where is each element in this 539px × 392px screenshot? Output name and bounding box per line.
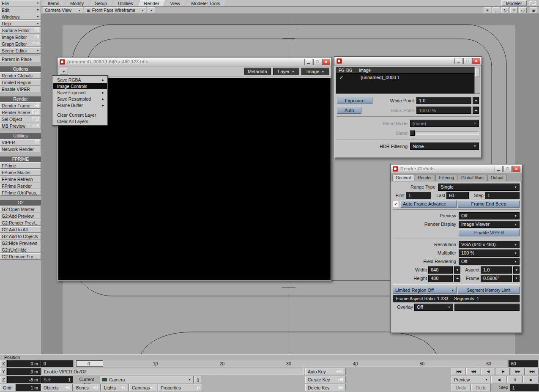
auto-key-button[interactable]: Auto Key+F1 (305, 368, 346, 375)
sidebar-item-image-editor[interactable]: Image EditorF6 (0, 34, 41, 40)
prev-keyframe-button[interactable]: ◀◀ (466, 368, 480, 375)
tab-global-illum[interactable]: Global Illum (458, 175, 487, 181)
sidebar-menu-help[interactable]: Help▼ (0, 20, 41, 27)
overlay-dropdown[interactable]: Off▼ (414, 304, 453, 311)
prev-frame-button[interactable]: ◀| (481, 368, 495, 375)
render-display-dropdown[interactable]: Image Viewer▼ (459, 221, 520, 228)
sidebar-item-g2-add-to-objects[interactable]: G2:Add to Objects (0, 233, 41, 239)
cameras-button[interactable]: Cameras+C (129, 384, 157, 391)
lights-button[interactable]: Lights+L (101, 384, 129, 391)
image-dropdown[interactable]: Image▼ (301, 68, 329, 75)
multiplier-dropdown[interactable]: 100 %▼ (459, 249, 520, 257)
white-point-field[interactable]: 1.0 (416, 97, 471, 104)
single-pane-icon[interactable]: ▣ (530, 7, 537, 13)
close-button[interactable]: × (472, 58, 480, 64)
tab-render[interactable]: Render (138, 0, 165, 6)
close-button[interactable]: × (512, 166, 520, 172)
pause-button[interactable]: II (507, 376, 523, 383)
sidebar-item-g2-render-preview[interactable]: G2:Render Previ... (0, 219, 41, 226)
sidebar-item-g2-remove-from[interactable]: G2:Remove Fro ... (0, 253, 41, 260)
minimize-button[interactable]: ▁ (495, 166, 503, 172)
sidebar-item-fprime-master[interactable]: FPrime Master (0, 169, 41, 175)
sidebar-item-render-frame[interactable]: Render FrameF9 (0, 102, 41, 109)
tab-modify[interactable]: Modify (64, 0, 90, 6)
aspect-field[interactable]: 1.0 (481, 266, 512, 274)
sidebar-menu-windows[interactable]: Windows▼ (0, 14, 41, 20)
undo-button[interactable]: Undo (451, 384, 471, 391)
tab-general[interactable]: General (392, 175, 414, 181)
shading-mode-dropdown[interactable]: ⊞Front Face Wireframe▼ (85, 7, 146, 13)
maximize-button[interactable]: □ (313, 59, 321, 65)
auto-frame-advance-checkbox[interactable]: ✓ (393, 201, 399, 207)
tab-setup[interactable]: Setup (89, 0, 113, 6)
zoom-view-icon[interactable]: ⌖ (510, 7, 518, 13)
sidebar-item-g2-add-preview[interactable]: G2:Add Preview (0, 213, 41, 219)
objects-button[interactable]: Objects+0 (41, 384, 73, 391)
menu-item-save-rgba[interactable]: Save RGBA▸ (53, 77, 107, 83)
sidebar-item-graph-editor[interactable]: Graph Editor^F2 (0, 41, 41, 47)
sidebar-item-mb-preview[interactable]: MB Preview+F9 (0, 123, 41, 129)
x-position-field[interactable]: 0 m (7, 360, 41, 367)
frame-size-dropdown[interactable]: ▼ (513, 275, 520, 282)
menu-item-frame-buffer[interactable]: Frame Buffer▸ (53, 102, 107, 108)
slider-handle[interactable] (410, 130, 415, 136)
tab-items[interactable]: Items (42, 0, 65, 6)
redo-button[interactable]: Redo (471, 384, 491, 391)
sidebar-item-render-scene[interactable]: Render SceneF10 (0, 109, 41, 115)
menu-item-image-controls[interactable]: Image Controls (53, 83, 107, 89)
tab-utilities[interactable]: Utilities (112, 0, 139, 6)
height-field[interactable]: 480 (428, 275, 453, 282)
menu-item-save-exposed[interactable]: Save Exposed▸ (53, 89, 107, 96)
list-rows[interactable]: ✓ (unnamed)_0000 1 (336, 74, 480, 93)
sidebar-item-scene-editor[interactable]: Scene Editor▼ (0, 47, 41, 54)
modeler-button[interactable]: Modeler (501, 0, 527, 6)
sidebar-item-fprime-render[interactable]: FPrime Render (0, 183, 41, 189)
tab-view[interactable]: View (164, 0, 186, 6)
sidebar-item-surface-editor[interactable]: Surface EditorF5 (0, 27, 41, 33)
sidebar-menu-file[interactable]: File▼ (0, 0, 41, 6)
current-item-dropdown[interactable]: Camera ▼ (100, 376, 194, 383)
next-keyframe-button[interactable]: ▶▶ (511, 368, 525, 375)
scrollbar-thumb[interactable] (475, 68, 479, 77)
current-frame-field[interactable]: 0 (41, 360, 73, 367)
minimize-button[interactable]: ▁ (304, 59, 312, 65)
step-field[interactable]: 1 (510, 384, 539, 391)
frame-end-beep-button[interactable]: Frame End Beep (458, 200, 520, 208)
limited-region-button[interactable]: Limited Region Off▼ (393, 287, 457, 294)
delete-key-button[interactable]: Delete Keydel (305, 384, 346, 391)
hdr-filtering-dropdown[interactable]: None▼ (410, 143, 479, 150)
exposure-button[interactable]: Exposure (337, 97, 372, 104)
auto-frame-advance-button[interactable]: Auto Frame Advance (400, 200, 457, 208)
go-to-start-button[interactable]: |◀◀ (451, 368, 465, 375)
resolution-dropdown[interactable]: VGA (640 x 480)▼ (459, 241, 520, 248)
sidebar-item-limited-region[interactable]: Limited Region (0, 79, 41, 85)
sidebar-item-viper[interactable]: VIPERF7 (0, 139, 41, 145)
first-frame-field[interactable]: 1 (406, 192, 431, 199)
sidebar-item-fprime-unpause[interactable]: FPrime (Un)Paus... (0, 189, 41, 196)
range-type-dropdown[interactable]: Single▼ (438, 184, 520, 191)
sidebar-item-fprime[interactable]: FPrime (0, 162, 41, 169)
white-point-stepper[interactable]: ◂▸ (473, 97, 479, 104)
preview-dropdown[interactable]: Preview▼ (451, 376, 490, 383)
image-viewer-titlebar[interactable]: (unnamed)_0000 1 640 x 480 128 bits ▁ □ … (57, 58, 331, 66)
layer-dropdown[interactable]: Layer▼ (273, 68, 299, 75)
pan-view-icon[interactable]: + (484, 7, 491, 13)
menu-item-clear-current-layer[interactable]: Clear Current Layer (53, 112, 107, 118)
width-field[interactable]: 640 (428, 266, 453, 274)
view-type-dropdown[interactable]: Camera View▼ (43, 7, 83, 13)
sidebar-item-enable-viper[interactable]: Enable VIPER (0, 86, 41, 92)
aspect-stepper[interactable]: ◂▸ (513, 266, 520, 274)
file-menu-dropdown[interactable]: ▼ (60, 68, 68, 75)
step-field[interactable]: 1 (485, 192, 520, 199)
image-controls-titlebar[interactable]: ▁ □ × (334, 57, 482, 66)
y-position-field[interactable]: 0 m (7, 368, 41, 375)
overlay-text-field[interactable] (454, 304, 520, 311)
render-globals-titlebar[interactable]: Render Globals ▁ □ × (391, 164, 522, 173)
image-name[interactable]: (unnamed)_0000 1 (361, 75, 400, 80)
viewport-options-dropdown[interactable]: ▼ (148, 7, 155, 13)
properties-button[interactable]: Propertiesp (158, 384, 202, 391)
preview-dropdown[interactable]: Off▼ (459, 212, 520, 219)
field-rendering-dropdown[interactable]: Off▼ (459, 258, 520, 265)
go-to-end-button[interactable]: ▶▶| (525, 368, 539, 375)
sidebar-item-g2-open-master[interactable]: G2:Open Master (0, 206, 41, 212)
